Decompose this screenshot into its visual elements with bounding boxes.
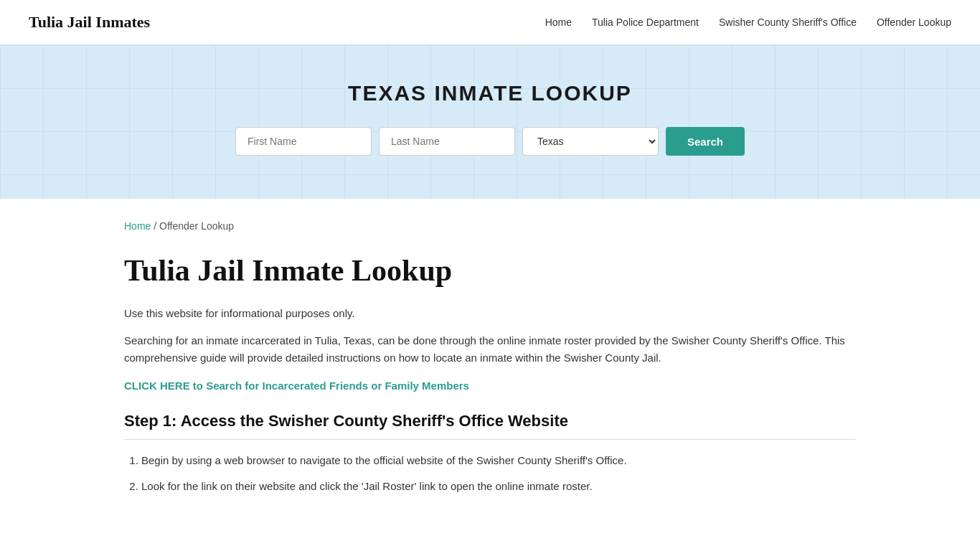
- breadcrumb-current: Offender Lookup: [159, 220, 234, 232]
- cta-link[interactable]: CLICK HERE to Search for Incarcerated Fr…: [124, 380, 856, 392]
- nav-item-police[interactable]: Tulia Police Department: [592, 16, 699, 29]
- breadcrumb-home-link[interactable]: Home: [124, 220, 151, 232]
- main-nav: Home Tulia Police Department Swisher Cou…: [545, 16, 951, 29]
- intro-paragraph-1: Use this website for informational purpo…: [124, 305, 856, 322]
- first-name-input[interactable]: [235, 127, 372, 156]
- nav-item-sheriff[interactable]: Swisher County Sheriff's Office: [719, 16, 857, 29]
- site-title: Tulia Jail Inmates: [29, 13, 150, 32]
- main-content: Home / Offender Lookup Tulia Jail Inmate…: [95, 199, 885, 545]
- banner-heading: TEXAS INMATE LOOKUP: [14, 81, 966, 105]
- state-select[interactable]: Texas Alabama Alaska Arizona Arkansas Ca…: [522, 127, 659, 156]
- nav-list: Home Tulia Police Department Swisher Cou…: [545, 16, 951, 29]
- intro-paragraph-2: Searching for an inmate incarcerated in …: [124, 332, 856, 367]
- page-title: Tulia Jail Inmate Lookup: [124, 253, 856, 288]
- list-item: Begin by using a web browser to navigate…: [141, 451, 856, 470]
- site-header: Tulia Jail Inmates Home Tulia Police Dep…: [0, 0, 980, 45]
- nav-link-police[interactable]: Tulia Police Department: [592, 17, 699, 28]
- breadcrumb: Home / Offender Lookup: [124, 220, 856, 232]
- step1-list: Begin by using a web browser to navigate…: [124, 451, 856, 495]
- nav-item-offender[interactable]: Offender Lookup: [877, 16, 951, 29]
- search-banner: TEXAS INMATE LOOKUP Texas Alabama Alaska…: [0, 45, 980, 199]
- nav-link-offender[interactable]: Offender Lookup: [877, 17, 951, 28]
- search-form: Texas Alabama Alaska Arizona Arkansas Ca…: [14, 127, 966, 156]
- nav-link-sheriff[interactable]: Swisher County Sheriff's Office: [719, 17, 857, 28]
- last-name-input[interactable]: [379, 127, 515, 156]
- nav-item-home[interactable]: Home: [545, 16, 572, 29]
- search-button[interactable]: Search: [666, 127, 745, 156]
- breadcrumb-separator: /: [154, 220, 156, 232]
- step1-heading: Step 1: Access the Swisher County Sherif…: [124, 412, 856, 440]
- nav-link-home[interactable]: Home: [545, 17, 572, 28]
- list-item: Look for the link on their website and c…: [141, 477, 856, 496]
